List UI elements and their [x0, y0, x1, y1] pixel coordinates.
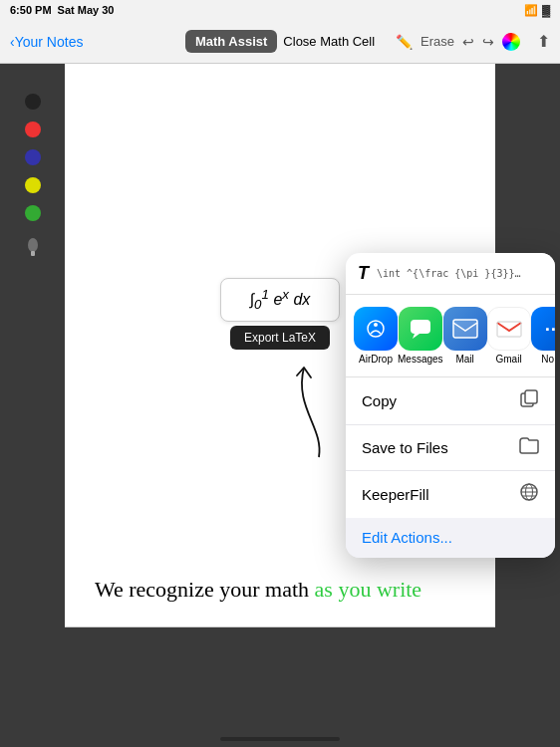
- messages-label: Messages: [398, 354, 443, 365]
- copy-icon: [519, 388, 539, 413]
- left-panel: [0, 64, 65, 747]
- wifi-icon: 📶: [524, 4, 538, 17]
- share-button[interactable]: ⬆: [537, 32, 550, 51]
- status-bar-right: 📶 ▓: [524, 4, 550, 17]
- status-bar-left: 6:50 PM Sat May 30: [10, 4, 114, 16]
- color-black[interactable]: [25, 94, 41, 110]
- toolbar-left: ‹ Your Notes: [10, 34, 83, 50]
- share-icon: ⬆: [537, 33, 550, 50]
- keeperfill-label: KeeperFill: [362, 486, 429, 503]
- color-wheel-icon[interactable]: [502, 33, 520, 51]
- keeperfill-icon: [519, 482, 539, 507]
- latex-T-icon: T: [358, 263, 369, 284]
- more-label: No…: [541, 354, 555, 365]
- toolbar: ‹ Your Notes Math Assist Close Math Cell…: [0, 20, 560, 64]
- copy-label: Copy: [362, 392, 397, 409]
- app-airdrop[interactable]: AirDrop: [354, 307, 398, 365]
- mail-label: Mail: [455, 354, 473, 365]
- save-to-files-label: Save to Files: [362, 439, 448, 456]
- main-area: ∫01 ex dx Export LaTeX We recognize your…: [0, 64, 560, 747]
- formula-display: ∫01 ex dx: [220, 278, 340, 322]
- handwritten-text-area: We recognize your math as you write: [95, 577, 475, 603]
- status-bar: 6:50 PM Sat May 30 📶 ▓: [0, 0, 560, 20]
- close-math-cell-button[interactable]: Close Math Cell: [283, 34, 375, 49]
- airdrop-icon: [354, 307, 398, 351]
- math-formula-box: ∫01 ex dx Export LaTeX: [220, 278, 340, 350]
- copy-action[interactable]: Copy: [346, 377, 555, 425]
- app-more[interactable]: ⋯ No…: [531, 307, 555, 365]
- export-latex-button[interactable]: Export LaTeX: [230, 326, 330, 350]
- share-actions: Copy Save to Files KeeperFill: [346, 377, 555, 518]
- math-assist-button[interactable]: Math Assist: [185, 30, 277, 53]
- gmail-label: Gmail: [496, 354, 522, 365]
- battery-icon: ▓: [542, 4, 550, 16]
- mail-icon: [443, 307, 487, 351]
- color-yellow[interactable]: [25, 177, 41, 193]
- undo-icon[interactable]: ↩: [462, 34, 474, 50]
- svg-rect-4: [411, 320, 430, 334]
- save-to-files-action[interactable]: Save to Files: [346, 425, 555, 471]
- svg-rect-1: [31, 251, 35, 256]
- edit-actions-row[interactable]: Edit Actions...: [346, 518, 555, 558]
- canvas-bottom-bar: [65, 627, 495, 747]
- color-blue[interactable]: [25, 149, 41, 165]
- formula-text: ∫01 ex dx: [250, 291, 311, 308]
- save-to-files-icon: [519, 436, 539, 459]
- math-assist-label: Math Assist: [195, 34, 267, 49]
- share-sheet: T \int ^{\frac {\pi }{3}}_{0}e^{(ix)}dx …: [346, 253, 555, 558]
- app-messages[interactable]: Messages: [398, 307, 443, 365]
- redo-icon[interactable]: ↪: [482, 34, 494, 50]
- share-latex-preview: T \int ^{\frac {\pi }{3}}_{0}e^{(ix)}dx: [346, 253, 555, 295]
- color-green[interactable]: [25, 205, 41, 221]
- keeperfill-action[interactable]: KeeperFill: [346, 471, 555, 518]
- app-gmail[interactable]: Gmail: [487, 307, 531, 365]
- pencil-icon[interactable]: ✏️: [396, 34, 413, 50]
- toolbar-tools: ✏️ Erase ↩ ↪: [396, 33, 520, 51]
- toolbar-center: Math Assist Close Math Cell: [185, 30, 375, 53]
- gmail-icon: [487, 307, 531, 351]
- more-icon: ⋯: [531, 307, 555, 351]
- svg-rect-6: [453, 320, 477, 338]
- edit-actions-label[interactable]: Edit Actions...: [362, 529, 452, 546]
- arrow-decoration: [264, 358, 354, 467]
- back-label: Your Notes: [15, 34, 84, 50]
- status-date: Sat May 30: [58, 4, 115, 16]
- back-button[interactable]: ‹ Your Notes: [10, 34, 83, 50]
- share-apps-row: AirDrop Messages: [346, 295, 555, 377]
- pen-icon[interactable]: [22, 237, 44, 259]
- svg-marker-5: [413, 334, 420, 339]
- airdrop-label: AirDrop: [359, 354, 393, 365]
- status-time: 6:50 PM: [10, 4, 52, 16]
- close-math-cell-label: Close Math Cell: [283, 34, 375, 49]
- app-mail[interactable]: Mail: [443, 307, 487, 365]
- messages-icon: [399, 307, 442, 351]
- svg-point-3: [374, 323, 378, 327]
- handwritten-green-text: as you write: [315, 577, 422, 602]
- latex-code-preview: \int ^{\frac {\pi }{3}}_{0}e^{(ix)}dx: [377, 268, 526, 279]
- color-red[interactable]: [25, 122, 41, 137]
- handwritten-black-text: We recognize your math: [95, 577, 309, 602]
- erase-label[interactable]: Erase: [420, 34, 454, 49]
- svg-rect-10: [525, 390, 537, 403]
- svg-point-0: [28, 238, 38, 252]
- home-indicator: [220, 737, 340, 741]
